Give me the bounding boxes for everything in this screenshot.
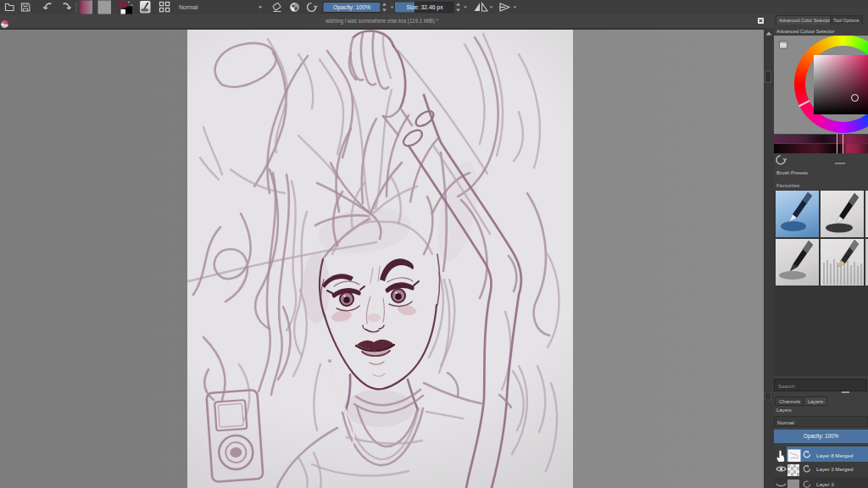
svg-text:Normal: Normal [179,4,198,10]
svg-text:Opacity: 100%: Opacity: 100% [333,4,370,11]
svg-text:Size: 32.46 px: Size: 32.46 px [406,4,443,11]
